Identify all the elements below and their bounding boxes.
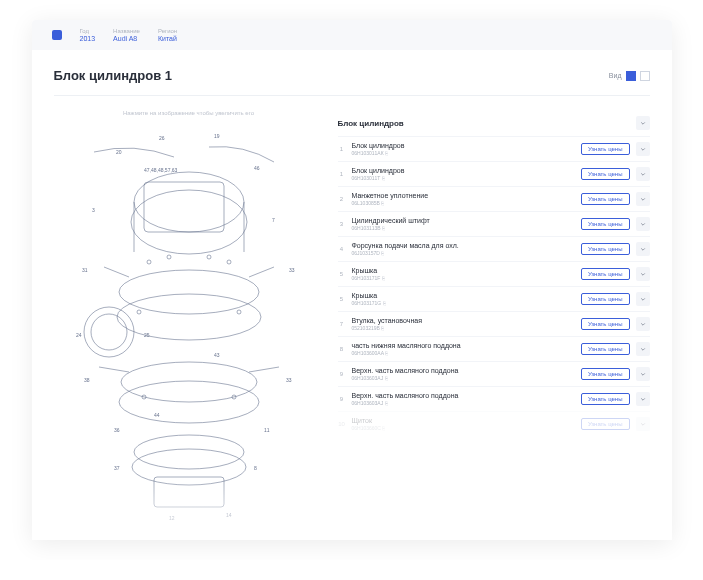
part-info: Крышка06H103171F ⎘ [352,267,575,281]
part-code: 06H103011Т ⎘ [352,175,575,181]
svg-text:36: 36 [114,427,120,433]
svg-text:38: 38 [84,377,90,383]
row-expand-button[interactable] [636,317,650,331]
svg-text:47,48,48,57,63: 47,48,48,57,63 [144,167,178,173]
header-col-region[interactable]: Регион Китай [158,28,177,42]
part-code: 06H103011АК ⎘ [352,150,575,156]
header-col-year[interactable]: Год 2013 [80,28,96,42]
svg-text:8: 8 [254,465,257,471]
price-button[interactable]: Узнать цены [581,318,630,330]
part-number: 3 [338,221,346,227]
row-expand-button[interactable] [636,292,650,306]
part-row: 5Крышка06H103171G ⎘Узнать цены [338,286,650,311]
exploded-diagram[interactable]: 2619 2046 47,48,48,57,63 37 3133 2425 38… [54,122,324,522]
svg-line-14 [99,367,129,372]
part-row: 7Втулка, установочная052103219B ⎘Узнать … [338,311,650,336]
part-number: 2 [338,196,346,202]
part-code: 06H103660C ⎘ [352,425,575,431]
price-button[interactable]: Узнать цены [581,193,630,205]
row-expand-button[interactable] [636,192,650,206]
part-number: 10 [338,421,346,427]
price-button[interactable]: Узнать цены [581,368,630,380]
parts-list: Блок цилиндров 1Блок цилиндров06H103011А… [338,110,650,522]
part-code: 06H103600AA ⎘ [352,350,575,356]
price-button[interactable]: Узнать цены [581,293,630,305]
svg-text:20: 20 [116,149,122,155]
row-expand-button[interactable] [636,392,650,406]
price-button[interactable]: Узнать цены [581,243,630,255]
row-expand-button[interactable] [636,267,650,281]
section-header: Блок цилиндров [338,110,650,136]
svg-text:3: 3 [92,207,95,213]
part-info: Блок цилиндров06H103011Т ⎘ [352,167,575,181]
part-number: 5 [338,296,346,302]
part-name: Форсунка подачи масла для охл. [352,242,575,249]
part-info: Цилиндрический штифт06H103113B ⎘ [352,217,575,231]
part-name: часть нижняя масляного поддона [352,342,575,349]
price-button[interactable]: Узнать цены [581,143,630,155]
header-col-model[interactable]: Название Audi A8 [113,28,140,42]
row-expand-button[interactable] [636,217,650,231]
svg-text:12: 12 [169,515,175,521]
part-number: 8 [338,346,346,352]
part-code: 06H103171F ⎘ [352,275,575,281]
price-button[interactable]: Узнать цены [581,268,630,280]
svg-line-12 [104,267,129,277]
svg-line-15 [249,367,279,372]
price-button[interactable]: Узнать цены [581,393,630,405]
svg-rect-9 [154,477,224,507]
part-name: Крышка [352,292,575,299]
svg-point-21 [237,310,241,314]
row-expand-button[interactable] [636,342,650,356]
part-info: Блок цилиндров06H103011АК ⎘ [352,142,575,156]
row-expand-button[interactable] [636,242,650,256]
part-info: Манжетное уплотнение06L103085B ⎘ [352,192,575,206]
part-name: Блок цилиндров [352,167,575,174]
view-grid-button[interactable] [626,71,636,81]
part-number: 4 [338,246,346,252]
svg-point-16 [147,260,151,264]
part-number: 9 [338,396,346,402]
view-label: Вид [609,72,622,79]
view-switcher: Вид [609,71,650,81]
price-button[interactable]: Узнать цены [581,218,630,230]
svg-text:37: 37 [114,465,120,471]
part-row: 10Щиток06H103660C ⎘Узнать цены [338,411,650,436]
header-label: Регион [158,28,177,34]
price-button[interactable]: Узнать цены [581,343,630,355]
view-list-button[interactable] [640,71,650,81]
part-code: 06H103603AJ ⎘ [352,375,575,381]
svg-text:33: 33 [289,267,295,273]
part-row: 1Блок цилиндров06H103011Т ⎘Узнать цены [338,161,650,186]
home-icon[interactable] [52,30,62,40]
svg-point-0 [134,172,244,232]
part-code: 06H103603AJ ⎘ [352,400,575,406]
svg-point-8 [132,449,246,485]
part-name: Втулка, установочная [352,317,575,324]
row-expand-button[interactable] [636,167,650,181]
svg-text:44: 44 [154,412,160,418]
svg-text:11: 11 [264,427,270,433]
section-collapse-button[interactable] [636,116,650,130]
diagram-hint: Нажмите на изображение чтобы увеличить е… [54,110,324,116]
header-value: 2013 [80,35,96,42]
svg-rect-2 [144,182,224,232]
section-title: Блок цилиндров [338,119,404,128]
breadcrumb-bar: Год 2013 Название Audi A8 Регион Китай [32,20,672,50]
svg-line-13 [249,267,274,277]
svg-text:7: 7 [272,217,275,223]
row-expand-button[interactable] [636,417,650,431]
row-expand-button[interactable] [636,142,650,156]
price-button[interactable]: Узнать цены [581,168,630,180]
svg-point-10 [84,307,134,357]
part-name: Верхн. часть масляного поддона [352,392,575,399]
part-row: 2Манжетное уплотнение06L103085B ⎘Узнать … [338,186,650,211]
part-info: Втулка, установочная052103219B ⎘ [352,317,575,331]
part-row: 9Верхн. часть масляного поддона06H103603… [338,386,650,411]
row-expand-button[interactable] [636,367,650,381]
part-name: Крышка [352,267,575,274]
price-button[interactable]: Узнать цены [581,418,630,430]
svg-text:33: 33 [286,377,292,383]
part-info: Щиток06H103660C ⎘ [352,417,575,431]
part-number: 1 [338,146,346,152]
